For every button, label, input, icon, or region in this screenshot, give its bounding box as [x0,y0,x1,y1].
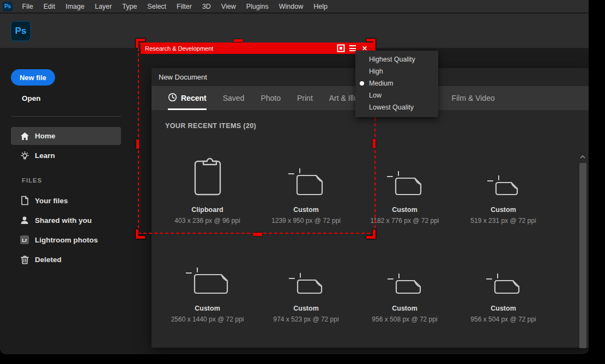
sidebar-nav-label: Learn [35,151,55,160]
quality-menu-item[interactable]: Highest Quality [355,53,438,65]
files-item-label: Deleted [35,256,62,264]
files-item-label: Shared with you [35,216,92,225]
files-list: Your files Shared with you Lr Lightroom … [11,191,131,269]
recent-item-name: Custom [195,305,220,312]
custom-doc-icon [487,140,519,197]
menu-item[interactable]: Layer [89,0,117,13]
square-icon [337,44,345,52]
menu-item[interactable]: Select [142,0,172,13]
files-list-item[interactable]: Your files [11,191,131,210]
home-icon [20,131,29,141]
dialog-tab[interactable]: Film & Video [452,86,495,110]
custom-doc-icon [387,140,423,197]
scrollbar-thumb[interactable] [579,163,586,348]
menu-item[interactable]: Edit [38,0,60,13]
custom-doc-icon [388,239,422,295]
quality-menu-item[interactable]: High [355,65,438,77]
menu-item[interactable]: Image [60,0,90,13]
menu-item[interactable]: Plugins [241,0,274,13]
recent-item-name: Custom [491,206,516,214]
open-button[interactable]: Open [22,94,41,102]
files-list-item[interactable]: Lr Lightroom photos [11,230,131,250]
ps-logo-icon: Ps [3,2,13,11]
files-list-item[interactable]: Shared with you [11,210,131,230]
quality-dropdown-menu: Highest Quality High Medium Low Lowest Q… [355,51,438,117]
menu-items: FileEditImageLayerTypeSelectFilter3DView… [17,0,332,13]
recent-item[interactable]: Custom 519 x 231 px @ 72 ppi [454,140,553,239]
new-file-button[interactable]: New file [11,69,55,86]
recent-item-name: Custom [392,305,418,312]
sidebar-nav-item[interactable]: Home [11,127,121,145]
menu-item[interactable]: Type [117,0,142,13]
marquee-corner-bottom-left[interactable] [136,229,145,239]
capture-selection-marquee[interactable] [138,43,376,234]
capture-area-button[interactable] [335,43,347,54]
quality-menu-item[interactable]: Lowest Quality [355,101,438,113]
scroll-up-arrow-icon[interactable] [578,153,587,161]
files-list-item[interactable]: Deleted [11,250,131,269]
recent-item-size: 2560 x 1440 px @ 72 ppi [171,316,244,323]
sidebar-nav-label: Home [35,132,56,140]
custom-doc-icon [289,239,324,295]
recent-item-name: Custom [392,206,418,214]
marquee-handle-top[interactable] [234,39,243,42]
marquee-corner-bottom-right[interactable] [366,229,376,239]
recent-item[interactable]: Custom 974 x 523 px @ 72 ppi [257,239,355,337]
quality-menu-item[interactable]: Low [355,89,438,101]
marquee-handle-bottom[interactable] [253,233,262,236]
menu-item[interactable]: File [17,0,38,13]
ps-logo-large-icon: Ps [10,21,31,41]
menu-item[interactable]: View [216,0,241,13]
sidebar: New file Open Home Learn FILES [0,48,142,354]
sidebar-divider [11,116,121,117]
files-section-label: FILES [22,177,42,184]
recent-item-size: 956 x 504 px @ 72 ppi [470,316,536,323]
lightroom-icon: Lr [20,235,29,245]
capture-window-titlebar[interactable]: Research & Development ✕ [141,43,375,54]
menu-item[interactable]: Help [308,0,333,13]
svg-text:Lr: Lr [22,237,27,243]
recent-item-size: 1182 x 776 px @ 72 ppi [370,217,439,225]
files-item-label: Your files [35,197,68,205]
quality-menu-item[interactable]: Medium [355,77,438,89]
custom-doc-icon [186,239,229,295]
custom-doc-icon [486,239,521,295]
recent-item-size: 519 x 231 px @ 72 ppi [470,217,536,225]
files-item-label: Lightroom photos [35,236,98,244]
recent-item[interactable]: Custom 956 x 508 px @ 72 ppi [355,239,454,337]
dialog-tab-label: Film & Video [452,94,495,102]
recent-item-name: Custom [491,305,516,312]
marquee-handle-left[interactable] [136,139,139,149]
trash-icon [20,254,29,264]
recent-item-size: 956 x 508 px @ 72 ppi [372,316,437,323]
people-icon [20,215,29,225]
menu-item[interactable]: Window [274,0,308,13]
menu-item[interactable]: 3D [197,0,216,13]
menu-item[interactable]: Filter [172,0,197,13]
recent-item-size: 974 x 523 px @ 72 ppi [273,316,338,323]
file-icon [20,196,29,205]
capture-window-title: Research & Development [145,45,335,52]
recent-item[interactable]: Custom 2560 x 1440 px @ 72 ppi [158,239,257,337]
menu-bar: Ps FileEditImageLayerTypeSelectFilter3DV… [0,0,589,13]
recent-item-name: Custom [293,305,319,312]
sidebar-nav-item[interactable]: Learn [11,147,121,165]
recent-item[interactable]: Custom 956 x 504 px @ 72 ppi [454,239,553,337]
marquee-handle-right[interactable] [373,139,376,148]
learn-icon [20,151,29,161]
